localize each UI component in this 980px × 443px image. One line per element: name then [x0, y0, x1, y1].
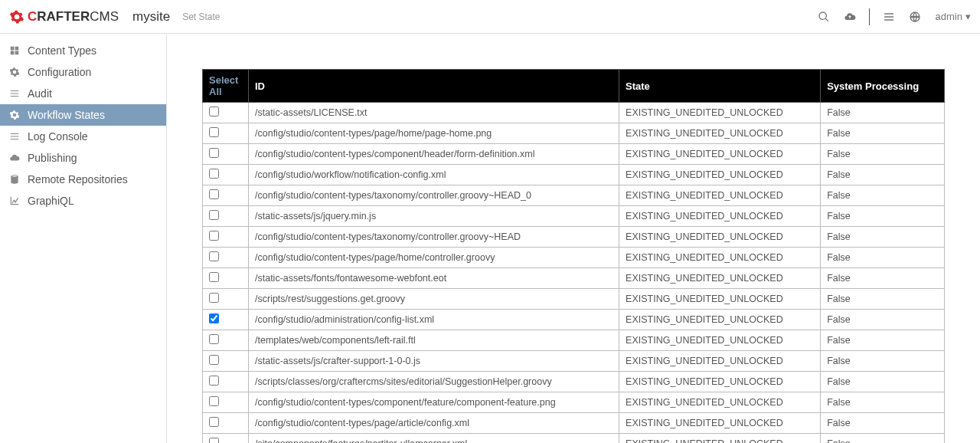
table-row: /config/studio/content-types/component/h…: [203, 144, 945, 165]
row-checkbox[interactable]: [209, 189, 219, 199]
sidebar-item-label: Workflow States: [28, 109, 105, 121]
row-checkbox[interactable]: [209, 210, 219, 220]
row-id: /static-assets/js/jquery.min.js: [249, 206, 619, 227]
table-row: /site/components/features/portitor-ullam…: [203, 434, 945, 444]
row-id: /static-assets/LICENSE.txt: [249, 103, 619, 123]
row-state: EXISTING_UNEDITED_UNLOCKED: [619, 227, 821, 248]
sidebar-item-graphiql[interactable]: GraphiQL: [0, 190, 166, 212]
row-state: EXISTING_UNEDITED_UNLOCKED: [619, 206, 821, 227]
row-state: EXISTING_UNEDITED_UNLOCKED: [619, 165, 821, 185]
bars-icon: [883, 11, 895, 23]
table-row: /templates/web/components/left-rail.ftlE…: [203, 330, 945, 351]
sidebar-item-label: Configuration: [28, 66, 91, 78]
db-icon: [9, 174, 20, 185]
row-id: /site/components/features/portitor-ullam…: [249, 434, 619, 444]
row-state: EXISTING_UNEDITED_UNLOCKED: [619, 330, 821, 351]
sidebar-item-configuration[interactable]: Configuration: [0, 61, 166, 83]
row-system-processing: False: [821, 123, 945, 144]
row-checkbox[interactable]: [209, 417, 219, 427]
row-system-processing: False: [821, 227, 945, 248]
row-id: /config/studio/content-types/page/articl…: [249, 413, 619, 434]
search-icon: [818, 11, 830, 23]
sidebar-item-log-console[interactable]: Log Console: [0, 126, 166, 147]
table-row: /static-assets/LICENSE.txtEXISTING_UNEDI…: [203, 103, 945, 123]
table-row: /scripts/classes/org/craftercms/sites/ed…: [203, 372, 945, 392]
row-system-processing: False: [821, 165, 945, 185]
row-state: EXISTING_UNEDITED_UNLOCKED: [619, 434, 821, 444]
search-button[interactable]: [811, 4, 837, 30]
row-id: /config/studio/content-types/taxonomy/co…: [249, 185, 619, 206]
sidebar-item-remote-repositories[interactable]: Remote Repositories: [0, 169, 166, 190]
row-checkbox[interactable]: [209, 313, 219, 323]
row-checkbox[interactable]: [209, 251, 219, 261]
table-row: /static-assets/js/jquery.min.jsEXISTING_…: [203, 206, 945, 227]
workflow-states-table: Select All ID State System Processing /s…: [202, 69, 945, 443]
row-checkbox[interactable]: [209, 376, 219, 386]
table-row: /config/studio/content-types/page/articl…: [203, 413, 945, 434]
table-row: /config/studio/content-types/page/home/c…: [203, 248, 945, 268]
row-checkbox[interactable]: [209, 355, 219, 365]
row-checkbox[interactable]: [209, 396, 219, 406]
site-name[interactable]: mysite: [132, 9, 170, 25]
row-state: EXISTING_UNEDITED_UNLOCKED: [619, 268, 821, 289]
sidebar-item-publishing[interactable]: Publishing: [0, 147, 166, 169]
row-system-processing: False: [821, 351, 945, 372]
row-checkbox[interactable]: [209, 272, 219, 282]
sidebar-item-content-types[interactable]: Content Types: [0, 40, 166, 61]
row-state: EXISTING_UNEDITED_UNLOCKED: [619, 185, 821, 206]
gear-icon: [9, 67, 20, 77]
brand-cms: CMS: [90, 9, 119, 25]
row-system-processing: False: [821, 434, 945, 444]
row-system-processing: False: [821, 248, 945, 268]
publish-button[interactable]: [837, 4, 863, 30]
row-system-processing: False: [821, 268, 945, 289]
globe-icon: [909, 11, 921, 23]
row-checkbox[interactable]: [209, 438, 219, 443]
select-all-header[interactable]: Select All: [203, 70, 249, 103]
row-id: /config/studio/content-types/page/home/p…: [249, 123, 619, 144]
cloud-icon: [9, 153, 20, 163]
row-id: /static-assets/js/crafter-support-1-0-0.…: [249, 351, 619, 372]
row-state: EXISTING_UNEDITED_UNLOCKED: [619, 413, 821, 434]
row-id: /config/studio/content-types/taxonomy/co…: [249, 227, 619, 248]
row-checkbox[interactable]: [209, 293, 219, 303]
row-checkbox[interactable]: [209, 127, 219, 137]
row-checkbox[interactable]: [209, 107, 219, 116]
sidebar-item-workflow-states[interactable]: Workflow States: [0, 104, 166, 126]
row-system-processing: False: [821, 289, 945, 310]
row-id: /config/studio/workflow/notification-con…: [249, 165, 619, 185]
row-checkbox[interactable]: [209, 169, 219, 179]
row-system-processing: False: [821, 144, 945, 165]
row-state: EXISTING_UNEDITED_UNLOCKED: [619, 103, 821, 123]
row-checkbox[interactable]: [209, 148, 219, 158]
row-id: /config/studio/content-types/component/f…: [249, 392, 619, 413]
main-content: Select All ID State System Processing /s…: [167, 34, 980, 443]
menu-button[interactable]: [876, 4, 902, 30]
chart-icon: [9, 195, 20, 206]
row-id: /templates/web/components/left-rail.ftl: [249, 330, 619, 351]
row-system-processing: False: [821, 185, 945, 206]
caret-down-icon: ▾: [965, 11, 971, 22]
globe-button[interactable]: [902, 4, 928, 30]
row-system-processing: False: [821, 310, 945, 330]
table-row: /config/studio/workflow/notification-con…: [203, 165, 945, 185]
list-icon: [9, 88, 20, 99]
user-menu[interactable]: admin ▾: [936, 11, 971, 22]
row-checkbox[interactable]: [209, 334, 219, 344]
row-id: /scripts/classes/org/craftercms/sites/ed…: [249, 372, 619, 392]
row-checkbox[interactable]: [209, 231, 219, 241]
user-name: admin: [936, 11, 962, 22]
sidebar-item-audit[interactable]: Audit: [0, 83, 166, 104]
brand-logo[interactable]: CRAFTERCMS: [9, 9, 119, 25]
breadcrumb: Set State: [182, 11, 220, 22]
row-system-processing: False: [821, 413, 945, 434]
row-system-processing: False: [821, 103, 945, 123]
row-state: EXISTING_UNEDITED_UNLOCKED: [619, 289, 821, 310]
brand-rest: RAFTER: [37, 9, 90, 25]
row-state: EXISTING_UNEDITED_UNLOCKED: [619, 144, 821, 165]
table-row: /config/studio/content-types/taxonomy/co…: [203, 185, 945, 206]
row-id: /scripts/rest/suggestions.get.groovy: [249, 289, 619, 310]
row-state: EXISTING_UNEDITED_UNLOCKED: [619, 392, 821, 413]
row-id: /config/studio/content-types/page/home/c…: [249, 248, 619, 268]
list-icon: [9, 131, 20, 142]
